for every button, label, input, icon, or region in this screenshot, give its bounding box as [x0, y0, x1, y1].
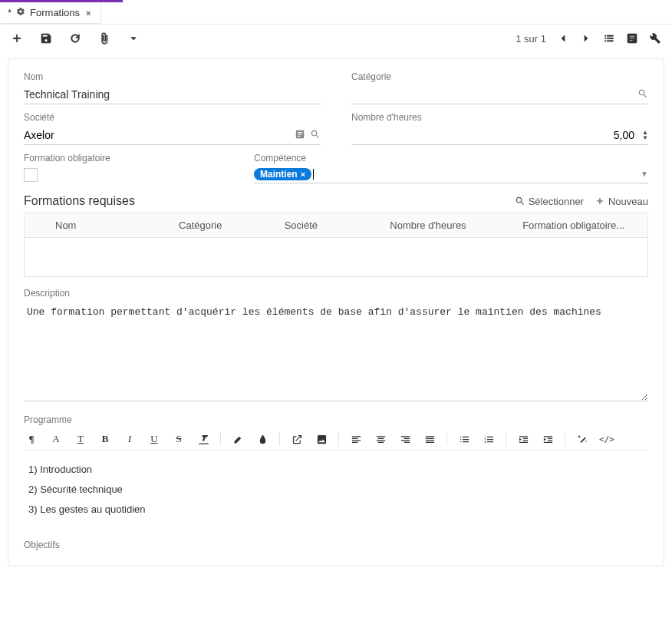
number-spinner[interactable]: ▲▼ — [642, 130, 648, 140]
next-button[interactable] — [580, 32, 592, 45]
programme-line: 1) Introduction — [28, 460, 644, 480]
societe-input[interactable] — [24, 126, 295, 144]
form-view-button[interactable] — [626, 32, 638, 45]
attachment-button[interactable] — [98, 32, 110, 45]
italic-button[interactable]: I — [122, 431, 137, 447]
subgrid: Nom Catégorie Société Nombre d'heures Fo… — [24, 213, 648, 277]
underline-button[interactable]: U — [147, 431, 162, 447]
subgrid-title: Formations requises — [24, 194, 135, 208]
label-objectifs: Objectifs — [24, 540, 648, 550]
save-button[interactable] — [40, 32, 52, 45]
new-row-label: Nouveau — [608, 196, 648, 207]
col-categorie[interactable]: Catégorie — [171, 213, 277, 237]
tools-button[interactable] — [649, 32, 661, 45]
align-left-button[interactable] — [348, 431, 364, 447]
programme-editor[interactable]: 1) Introduction 2) Sécurité technique 3)… — [24, 451, 648, 529]
link-button[interactable] — [289, 431, 305, 447]
paragraph-button[interactable]: ¶ — [24, 431, 39, 447]
tab-bar: * Formations × — [0, 2, 672, 25]
competence-field[interactable]: Maintien × ▼ — [254, 167, 648, 183]
image-button[interactable] — [314, 431, 329, 447]
align-justify-button[interactable] — [422, 431, 437, 447]
highlight-button[interactable] — [230, 431, 245, 447]
categorie-input[interactable] — [351, 85, 637, 104]
nom-input[interactable] — [24, 85, 321, 104]
label-competence: Compétence — [254, 153, 648, 163]
list-view-button[interactable] — [603, 32, 615, 45]
strikethrough-button[interactable]: S — [171, 431, 186, 447]
competence-chip[interactable]: Maintien × — [254, 168, 311, 180]
code-view-button[interactable]: </> — [599, 431, 614, 447]
col-nom[interactable]: Nom — [48, 213, 171, 237]
toolbar: 1 sur 1 — [0, 25, 672, 52]
close-icon[interactable]: × — [84, 8, 92, 18]
select-button[interactable]: Sélectionner — [515, 196, 584, 207]
nb-heures-input[interactable] — [351, 126, 648, 144]
new-button[interactable] — [11, 32, 23, 45]
magic-button[interactable] — [575, 431, 590, 447]
label-description: Description — [24, 288, 648, 299]
search-icon[interactable] — [310, 129, 321, 142]
programme-line: 3) Les gestes au quotidien — [28, 500, 644, 520]
align-right-button[interactable] — [397, 431, 413, 447]
label-nb-heures: Nombre d'heures — [351, 112, 648, 123]
subgrid-body — [25, 238, 647, 276]
search-icon[interactable] — [637, 88, 648, 101]
font-family-button[interactable]: A — [48, 431, 64, 447]
chip-remove-icon[interactable]: × — [301, 170, 305, 179]
tab-title: Formations — [30, 7, 80, 18]
font-size-button[interactable]: T — [73, 431, 88, 447]
form-card: Nom Catégorie Société — [8, 58, 664, 566]
col-societe[interactable]: Société — [277, 213, 383, 237]
col-obligatoire[interactable]: Formation obligatoire... — [515, 213, 647, 237]
list-ul-button[interactable] — [456, 431, 472, 447]
tab-dirty-marker: * — [8, 7, 12, 18]
chevron-down-icon[interactable]: ▼ — [641, 170, 648, 178]
label-obligatoire: Formation obligatoire — [24, 153, 223, 163]
gear-icon — [16, 7, 25, 18]
prev-button[interactable] — [557, 32, 569, 45]
description-input[interactable]: Une formation permettant d'acquérir les … — [24, 302, 648, 401]
label-nom: Nom — [24, 71, 321, 82]
paging-text: 1 sur 1 — [516, 33, 546, 45]
subgrid-header: Nom Catégorie Société Nombre d'heures Fo… — [25, 213, 647, 238]
new-row-button[interactable]: Nouveau — [595, 196, 648, 207]
label-programme: Programme — [24, 414, 648, 425]
more-dropdown[interactable] — [127, 32, 140, 45]
refresh-button[interactable] — [69, 32, 81, 45]
indent-button[interactable] — [540, 431, 555, 447]
chip-label: Maintien — [260, 169, 298, 180]
programme-line: 2) Sécurité technique — [28, 480, 644, 500]
obligatoire-checkbox[interactable] — [24, 168, 38, 182]
list-ol-button[interactable] — [481, 431, 496, 447]
open-record-icon[interactable] — [295, 129, 305, 142]
editor-toolbar: ¶ A T B I U S — [24, 428, 648, 451]
outdent-button[interactable] — [516, 431, 531, 447]
label-categorie: Catégorie — [351, 71, 648, 82]
align-center-button[interactable] — [373, 431, 388, 447]
col-nb-heures[interactable]: Nombre d'heures — [382, 213, 515, 237]
competence-input[interactable] — [314, 167, 641, 181]
bold-button[interactable]: B — [97, 431, 113, 447]
font-color-button[interactable] — [255, 431, 270, 447]
clear-format-button[interactable] — [196, 431, 211, 447]
label-societe: Société — [24, 112, 321, 123]
tab-formations[interactable]: * Formations × — [0, 2, 101, 24]
select-label: Sélectionner — [529, 196, 584, 207]
